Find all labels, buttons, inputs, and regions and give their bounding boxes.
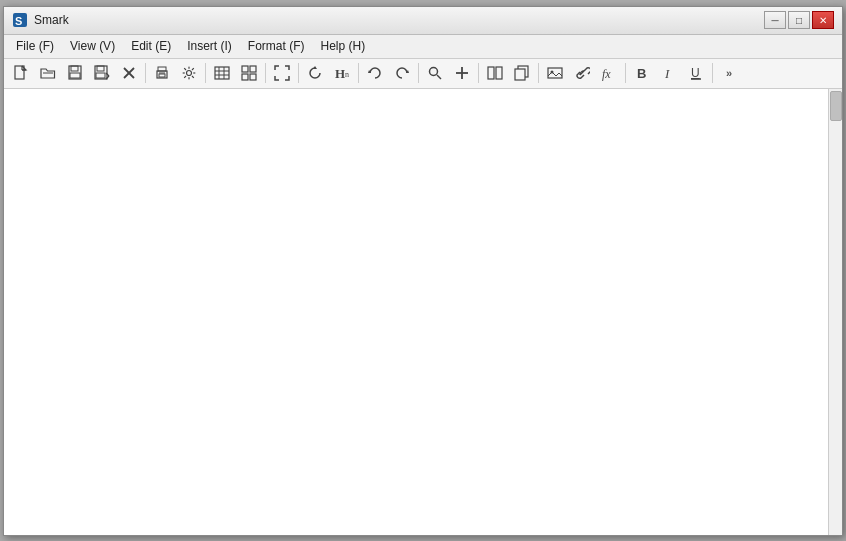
svg-text:n: n: [345, 70, 349, 79]
close-button[interactable]: ✕: [812, 11, 834, 29]
svg-text:H: H: [335, 66, 345, 81]
svg-point-19: [187, 71, 192, 76]
columns-icon: [487, 65, 503, 81]
link-button[interactable]: [569, 61, 595, 85]
svg-rect-20: [215, 67, 229, 79]
separator-10: [712, 63, 713, 83]
grid-icon: [241, 65, 257, 81]
heading-icon: H n: [334, 65, 350, 81]
copy-icon: [514, 65, 530, 81]
svg-rect-26: [250, 66, 256, 72]
svg-rect-28: [250, 74, 256, 80]
svg-rect-25: [242, 66, 248, 72]
menu-view[interactable]: View (V): [62, 35, 123, 57]
menu-bar: File (F) View (V) Edit (E) Insert (I) Fo…: [4, 35, 842, 59]
print-icon: [154, 65, 170, 81]
separator-7: [478, 63, 479, 83]
svg-rect-27: [242, 74, 248, 80]
window-title: Smark: [34, 13, 69, 27]
svg-text:B: B: [637, 66, 646, 81]
close-doc-icon: [121, 65, 137, 81]
menu-file[interactable]: File (F): [8, 35, 62, 57]
svg-rect-6: [71, 66, 78, 71]
scrollbar-thumb[interactable]: [830, 91, 842, 121]
vertical-scrollbar[interactable]: [828, 89, 842, 535]
bold-icon: B: [634, 65, 650, 81]
separator-1: [145, 63, 146, 83]
underline-icon: U: [688, 65, 704, 81]
svg-rect-17: [159, 74, 165, 77]
settings-button[interactable]: [176, 61, 202, 85]
italic-icon: I: [661, 65, 677, 81]
separator-9: [625, 63, 626, 83]
svg-point-31: [430, 68, 438, 76]
main-window: S Smark ─ □ ✕ File (F) View (V) Edit (E)…: [3, 6, 843, 536]
table-icon: [214, 65, 230, 81]
menu-insert[interactable]: Insert (I): [179, 35, 240, 57]
redo-button[interactable]: [389, 61, 415, 85]
close-doc-button[interactable]: [116, 61, 142, 85]
refresh-button[interactable]: [302, 61, 328, 85]
open-folder-icon: [40, 65, 56, 81]
settings-icon: [181, 65, 197, 81]
fullscreen-button[interactable]: [269, 61, 295, 85]
grid-button[interactable]: [236, 61, 262, 85]
editor-content[interactable]: [4, 89, 842, 535]
separator-2: [205, 63, 206, 83]
search-icon: [427, 65, 443, 81]
save-as-icon: [94, 65, 110, 81]
refresh-icon: [307, 65, 323, 81]
add-button[interactable]: [449, 61, 475, 85]
columns-button[interactable]: [482, 61, 508, 85]
open-button[interactable]: [35, 61, 61, 85]
separator-3: [265, 63, 266, 83]
undo-icon: [367, 65, 383, 81]
save-button[interactable]: [62, 61, 88, 85]
formula-button[interactable]: fx: [596, 61, 622, 85]
underline-button[interactable]: U: [683, 61, 709, 85]
undo-button[interactable]: [362, 61, 388, 85]
svg-rect-38: [515, 69, 525, 80]
svg-rect-10: [96, 73, 105, 78]
svg-rect-35: [488, 67, 494, 79]
copy-button[interactable]: [509, 61, 535, 85]
minimize-button[interactable]: ─: [764, 11, 786, 29]
separator-8: [538, 63, 539, 83]
svg-rect-36: [496, 67, 502, 79]
maximize-button[interactable]: □: [788, 11, 810, 29]
italic-button[interactable]: I: [656, 61, 682, 85]
svg-text:I: I: [664, 66, 670, 81]
svg-rect-9: [97, 66, 104, 71]
menu-format[interactable]: Format (F): [240, 35, 313, 57]
separator-6: [418, 63, 419, 83]
window-controls: ─ □ ✕: [764, 11, 834, 29]
svg-rect-7: [70, 73, 80, 78]
add-icon: [454, 65, 470, 81]
new-file-icon: [13, 65, 29, 81]
image-button[interactable]: [542, 61, 568, 85]
print-button[interactable]: [149, 61, 175, 85]
table-button[interactable]: [209, 61, 235, 85]
svg-text:fx: fx: [602, 67, 611, 81]
menu-edit[interactable]: Edit (E): [123, 35, 179, 57]
heading-button[interactable]: H n: [329, 61, 355, 85]
more-button[interactable]: »: [716, 61, 742, 85]
separator-4: [298, 63, 299, 83]
bold-button[interactable]: B: [629, 61, 655, 85]
link-icon: [574, 65, 590, 81]
save-as-button[interactable]: [89, 61, 115, 85]
title-bar-left: S Smark: [12, 12, 69, 28]
save-icon: [67, 65, 83, 81]
svg-rect-2: [15, 66, 24, 79]
search-button[interactable]: [422, 61, 448, 85]
image-icon: [547, 65, 563, 81]
menu-help[interactable]: Help (H): [312, 35, 373, 57]
svg-text:U: U: [691, 66, 700, 80]
title-bar: S Smark ─ □ ✕: [4, 7, 842, 35]
toolbar: H n: [4, 59, 842, 89]
new-button[interactable]: [8, 61, 34, 85]
formula-icon: fx: [601, 65, 617, 81]
svg-text:S: S: [15, 15, 22, 27]
separator-5: [358, 63, 359, 83]
redo-icon: [394, 65, 410, 81]
